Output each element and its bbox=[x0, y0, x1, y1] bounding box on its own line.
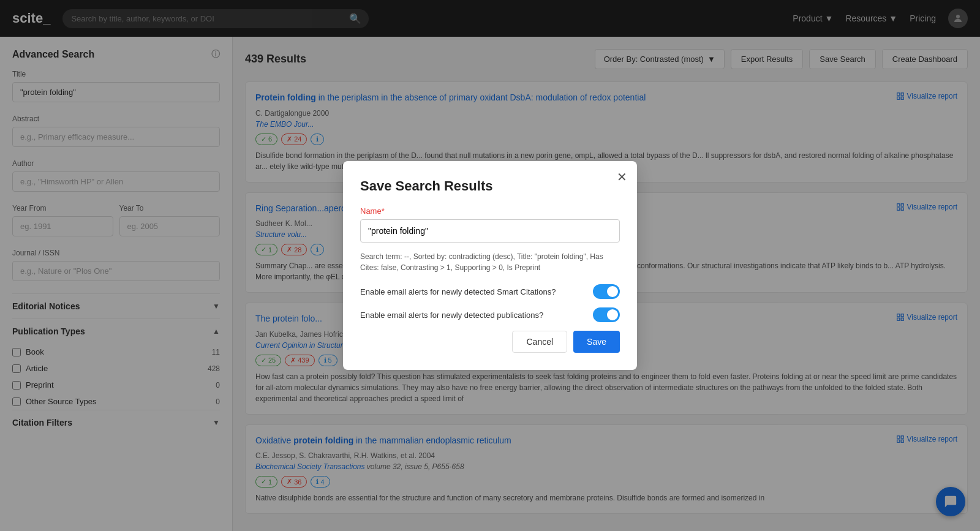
modal-name-label: Name* bbox=[360, 206, 620, 216]
modal-actions: Cancel Save bbox=[360, 331, 620, 353]
modal-close-button[interactable]: ✕ bbox=[617, 171, 627, 183]
publications-label: Enable email alerts for newly detected p… bbox=[360, 311, 593, 320]
smart-citations-label: Enable email alerts for newly detected S… bbox=[360, 287, 593, 296]
save-button[interactable]: Save bbox=[573, 331, 620, 353]
modal-overlay: ✕ Save Search Results Name* Search term:… bbox=[0, 0, 980, 531]
save-search-modal: ✕ Save Search Results Name* Search term:… bbox=[343, 161, 637, 370]
publications-toggle-row: Enable email alerts for newly detected p… bbox=[360, 307, 620, 322]
smart-citations-toggle[interactable] bbox=[593, 284, 620, 299]
modal-title: Save Search Results bbox=[360, 178, 620, 194]
modal-name-input[interactable] bbox=[360, 219, 620, 243]
modal-subtext: Search term: --, Sorted by: contradictin… bbox=[360, 251, 620, 273]
smart-citations-toggle-row: Enable email alerts for newly detected S… bbox=[360, 284, 620, 299]
publications-toggle[interactable] bbox=[593, 307, 620, 322]
cancel-button[interactable]: Cancel bbox=[512, 331, 567, 353]
